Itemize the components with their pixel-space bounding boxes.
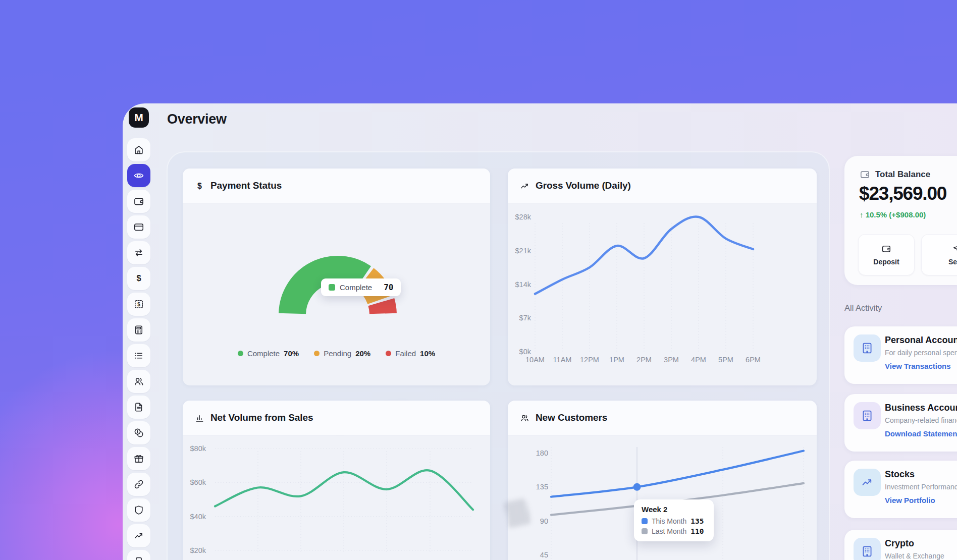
- wallet-icon: [881, 244, 891, 254]
- legend-item-pending: Pending 20%: [314, 349, 370, 358]
- svg-text:$80k: $80k: [190, 444, 206, 453]
- trending-up-icon: [133, 530, 144, 541]
- tooltip-value: 135: [690, 517, 704, 525]
- users-icon: [520, 413, 529, 423]
- gauge-tooltip-value: 70: [384, 283, 393, 292]
- tooltip-label: Last Month: [652, 527, 686, 535]
- card-title: Gross Volume (Daily): [536, 180, 631, 191]
- sidebar-item-calculator[interactable]: [127, 318, 150, 342]
- legend-swatch: [642, 528, 648, 534]
- svg-text:$: $: [197, 181, 202, 190]
- gift-icon: [133, 453, 144, 464]
- card-title: Net Volume from Sales: [210, 412, 313, 423]
- svg-text:90: 90: [540, 517, 548, 525]
- sidebar-item-trends[interactable]: [127, 524, 150, 547]
- device-icon: [133, 556, 144, 560]
- transfer-arrows-icon: [133, 247, 144, 258]
- app-window: M Overview $ $ $ Payment Status: [123, 103, 957, 560]
- legend-swatch: [329, 284, 335, 291]
- svg-text:180: 180: [536, 449, 548, 457]
- total-balance-amount: $23,569.00: [859, 183, 946, 204]
- svg-text:$14k: $14k: [515, 281, 531, 289]
- send-button[interactable]: Send: [921, 234, 957, 275]
- account-icon-tile: [854, 402, 881, 429]
- credit-card-icon: [133, 221, 144, 233]
- legend-value: 10%: [420, 349, 435, 358]
- building-icon: [861, 545, 874, 558]
- total-balance-row: Total Balance: [860, 169, 930, 180]
- legend-label: Complete: [247, 349, 280, 358]
- sidebar-item-customers[interactable]: [127, 370, 150, 393]
- payment-status-card: $ Payment Status Complete 70 Complete 70…: [183, 169, 490, 385]
- sidebar-item-security[interactable]: [127, 498, 150, 522]
- sidebar-item-wallet[interactable]: [127, 190, 150, 213]
- sidebar-item-device[interactable]: [127, 550, 150, 560]
- svg-text:$28k: $28k: [515, 213, 531, 221]
- svg-text:1PM: 1PM: [609, 356, 624, 364]
- all-activity-heading: All Activity: [844, 303, 882, 313]
- stocks-icon-tile: [854, 469, 881, 496]
- crypto-icon-tile: [854, 538, 881, 560]
- deposit-button[interactable]: Deposit: [858, 234, 915, 275]
- svg-text:45: 45: [540, 551, 548, 559]
- sidebar-item-payments[interactable]: $: [127, 267, 150, 290]
- activity-item-personal-account[interactable]: Personal Account For daily personal spen…: [844, 326, 957, 384]
- sidebar-item-invoices[interactable]: $: [127, 293, 150, 316]
- svg-text:2PM: 2PM: [636, 356, 652, 364]
- sidebar-item-coins[interactable]: [127, 421, 150, 444]
- invoice-icon: $: [133, 299, 144, 310]
- svg-text:$0k: $0k: [519, 348, 531, 356]
- trending-up-icon: [861, 476, 874, 489]
- activity-subtitle: Investment Performance: [885, 483, 957, 491]
- dollar-icon: $: [133, 273, 144, 284]
- list-icon: [133, 350, 144, 361]
- download-statements-link[interactable]: Download Statements: [885, 429, 957, 438]
- account-icon-tile: [854, 334, 881, 362]
- view-transactions-link[interactable]: View Transactions: [885, 362, 951, 370]
- building-icon: [861, 342, 874, 355]
- sidebar-item-transfers[interactable]: [127, 241, 150, 264]
- net-volume-header: Net Volume from Sales: [183, 401, 490, 435]
- wallet-icon: [860, 169, 870, 180]
- activity-subtitle: For daily personal spending: [885, 349, 957, 357]
- activity-title: Crypto: [885, 538, 914, 549]
- total-balance-label: Total Balance: [875, 170, 930, 180]
- sidebar-item-cards[interactable]: [127, 215, 150, 239]
- tooltip-row-last-month: Last Month 110: [642, 527, 706, 535]
- activity-item-stocks[interactable]: Stocks Investment Performance View Portf…: [844, 461, 957, 518]
- svg-text:$60k: $60k: [190, 478, 206, 486]
- app-logo-letter: M: [134, 111, 143, 124]
- sidebar-item-list[interactable]: [127, 344, 150, 367]
- activity-item-business-account[interactable]: Business Account Company-related finance…: [844, 394, 957, 452]
- sidebar-item-links[interactable]: [127, 473, 150, 496]
- send-icon: [952, 244, 957, 254]
- legend-item-failed: Failed 10%: [386, 349, 435, 358]
- activity-item-crypto[interactable]: Crypto Wallet & Exchange: [844, 530, 957, 560]
- deposit-button-label: Deposit: [873, 258, 899, 266]
- view-portfolio-link[interactable]: View Portfolio: [885, 496, 935, 505]
- gross-volume-header: Gross Volume (Daily): [508, 169, 817, 203]
- dashboard-container: $ Payment Status Complete 70 Complete 70…: [167, 151, 830, 560]
- gauge-legend: Complete 70% Pending 20% Failed 10%: [183, 349, 490, 358]
- legend-dot: [386, 351, 391, 356]
- gross-volume-card: Gross Volume (Daily) $0k$7k$14k$21k$28k1…: [508, 169, 817, 385]
- svg-text:4PM: 4PM: [691, 356, 706, 364]
- sidebar-item-rewards[interactable]: [127, 447, 150, 470]
- new-customers-header: New Customers: [508, 401, 817, 435]
- net-volume-card: Net Volume from Sales $20k$40k$60k$80k: [183, 401, 490, 560]
- legend-dot: [314, 351, 320, 356]
- link-icon: [133, 479, 144, 490]
- svg-text:12PM: 12PM: [580, 356, 599, 364]
- sidebar-item-home[interactable]: [127, 138, 150, 161]
- sidebar-item-overview[interactable]: [127, 164, 150, 187]
- activity-title: Personal Account: [885, 335, 957, 346]
- legend-value: 70%: [284, 349, 299, 358]
- calculator-icon: [133, 324, 144, 335]
- legend-dot: [238, 351, 243, 356]
- svg-text:11AM: 11AM: [553, 356, 572, 364]
- sidebar-item-documents[interactable]: [127, 396, 150, 419]
- svg-text:$: $: [137, 302, 140, 307]
- gauge-tooltip-label: Complete: [340, 283, 372, 292]
- svg-text:6PM: 6PM: [746, 356, 761, 364]
- card-title: New Customers: [536, 412, 607, 423]
